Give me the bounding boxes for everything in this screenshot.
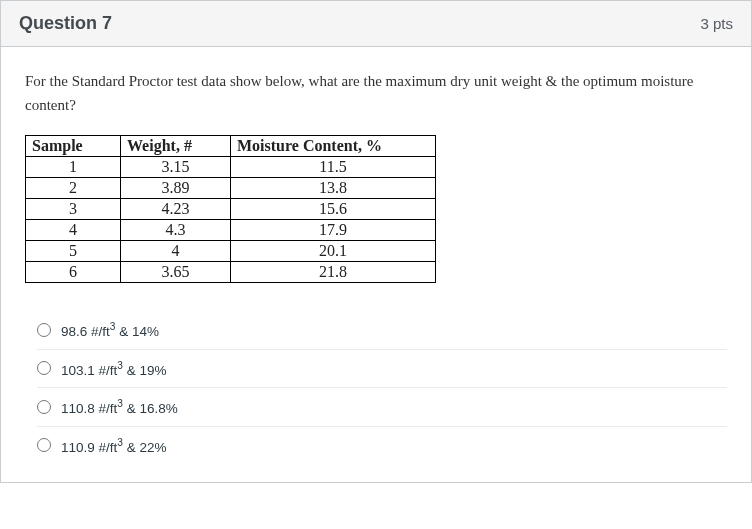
answer-radio[interactable] [37, 400, 51, 414]
table-header-row: Sample Weight, # Moisture Content, % [26, 136, 436, 157]
table-cell: 15.6 [231, 199, 436, 220]
answer-label: 98.6 #/ft3 & 14% [61, 321, 159, 339]
table-cell: 3.89 [121, 178, 231, 199]
table-cell: 4 [26, 220, 121, 241]
table-cell: 3.15 [121, 157, 231, 178]
question-body: For the Standard Proctor test data show … [1, 47, 751, 482]
table-cell: 20.1 [231, 241, 436, 262]
question-prompt: For the Standard Proctor test data show … [25, 69, 727, 117]
answer-label: 103.1 #/ft3 & 19% [61, 360, 166, 378]
data-table: Sample Weight, # Moisture Content, % 13.… [25, 135, 436, 283]
table-row: 13.1511.5 [26, 157, 436, 178]
table-header: Weight, # [121, 136, 231, 157]
table-cell: 5 [26, 241, 121, 262]
table-body: 13.1511.523.8913.834.2315.644.317.95420.… [26, 157, 436, 283]
answer-label: 110.8 #/ft3 & 16.8% [61, 398, 178, 416]
table-cell: 2 [26, 178, 121, 199]
table-row: 34.2315.6 [26, 199, 436, 220]
answer-option[interactable]: 103.1 #/ft3 & 19% [37, 349, 727, 388]
answer-option[interactable]: 110.9 #/ft3 & 22% [37, 426, 727, 465]
table-cell: 1 [26, 157, 121, 178]
table-cell: 3.65 [121, 262, 231, 283]
question-header: Question 7 3 pts [1, 1, 751, 47]
table-row: 63.6521.8 [26, 262, 436, 283]
question-points: 3 pts [700, 15, 733, 32]
table-header: Moisture Content, % [231, 136, 436, 157]
table-cell: 11.5 [231, 157, 436, 178]
answer-radio[interactable] [37, 323, 51, 337]
table-cell: 13.8 [231, 178, 436, 199]
table-cell: 17.9 [231, 220, 436, 241]
table-cell: 3 [26, 199, 121, 220]
answer-radio[interactable] [37, 438, 51, 452]
table-cell: 21.8 [231, 262, 436, 283]
answer-label: 110.9 #/ft3 & 22% [61, 437, 166, 455]
question-title: Question 7 [19, 13, 112, 34]
question-card: Question 7 3 pts For the Standard Procto… [0, 0, 752, 483]
table-cell: 4.3 [121, 220, 231, 241]
answer-radio[interactable] [37, 361, 51, 375]
table-header: Sample [26, 136, 121, 157]
table-cell: 4.23 [121, 199, 231, 220]
answer-option[interactable]: 110.8 #/ft3 & 16.8% [37, 387, 727, 426]
table-cell: 4 [121, 241, 231, 262]
table-cell: 6 [26, 262, 121, 283]
table-row: 5420.1 [26, 241, 436, 262]
table-row: 44.317.9 [26, 220, 436, 241]
table-row: 23.8913.8 [26, 178, 436, 199]
answer-option[interactable]: 98.6 #/ft3 & 14% [37, 311, 727, 349]
answers-list: 98.6 #/ft3 & 14%103.1 #/ft3 & 19%110.8 #… [25, 311, 727, 464]
